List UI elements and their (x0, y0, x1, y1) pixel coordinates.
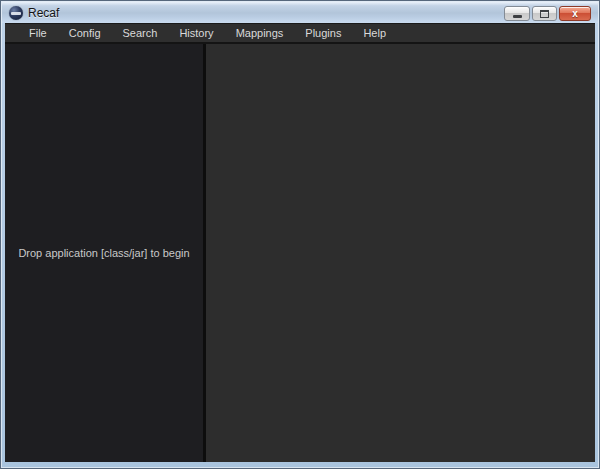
minimize-button[interactable] (504, 6, 530, 21)
title-bar[interactable]: Recaf x (2, 2, 598, 23)
recaf-window: Recaf x File Config Search History Mappi… (0, 0, 600, 469)
menu-bar: File Config Search History Mappings Plug… (5, 24, 595, 44)
close-button[interactable]: x (559, 6, 591, 21)
editor-pane[interactable] (206, 44, 595, 462)
menu-history[interactable]: History (168, 24, 224, 42)
menu-search[interactable]: Search (112, 24, 169, 42)
minimize-icon (513, 15, 522, 18)
drop-hint-text: Drop application [class/jar] to begin (10, 247, 197, 259)
menu-file[interactable]: File (18, 24, 58, 42)
menu-mappings[interactable]: Mappings (225, 24, 295, 42)
close-icon: x (572, 9, 578, 19)
recaf-app-icon (9, 6, 23, 20)
navigation-pane-drop-zone[interactable]: Drop application [class/jar] to begin (5, 44, 203, 462)
menu-help[interactable]: Help (352, 24, 397, 42)
maximize-button[interactable] (532, 6, 557, 21)
client-area: File Config Search History Mappings Plug… (5, 23, 595, 462)
maximize-icon (540, 10, 549, 18)
window-controls: x (504, 6, 591, 21)
menu-config[interactable]: Config (58, 24, 112, 42)
window-title: Recaf (28, 6, 59, 20)
menu-plugins[interactable]: Plugins (294, 24, 352, 42)
workspace: Drop application [class/jar] to begin (5, 44, 595, 462)
